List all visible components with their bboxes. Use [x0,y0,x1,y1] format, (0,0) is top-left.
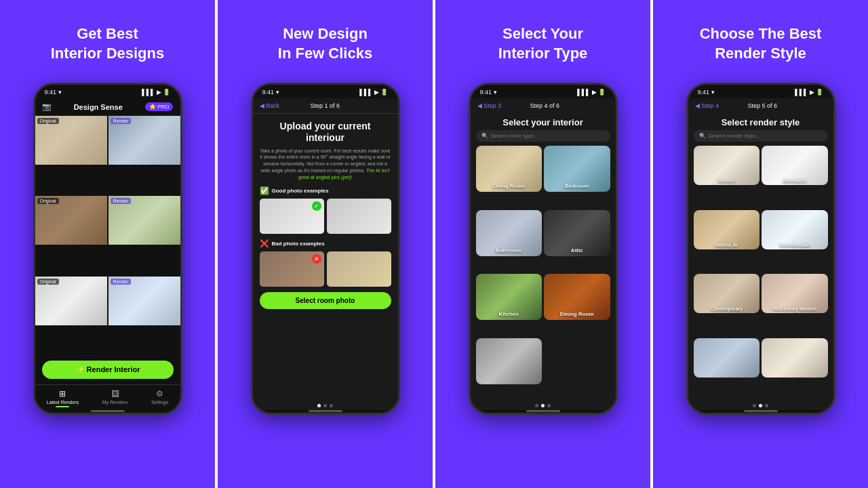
label-original-3: Original [37,279,59,285]
panel-3: Select YourInterior Type 9:41 ▾ ▌▌▌ ▶ 🔋 … [433,0,650,488]
room-search[interactable]: 🔍 Search room type... [476,130,610,142]
panel-3-title: Select YourInterior Type [498,20,588,68]
home-indicator-1 [91,410,125,412]
status-bar-1: 9:41 ▾ ▌▌▌ ▶ 🔋 [35,85,180,98]
nav-label-1: Latest Renders [47,400,79,405]
nav-my-renders[interactable]: 🖼 My Renders [102,389,128,407]
page-indicator-3 [471,400,616,410]
bad-x-icon: ❌ [260,239,269,248]
select-room-photo-button[interactable]: Select room photo [260,292,391,309]
render-style-grid: Modern Minimalist Interior AI Scandinavi… [688,146,833,400]
room-card-attic[interactable]: Attic [544,210,610,256]
render-style-title: Select render style [688,113,833,130]
phone-1: 9:41 ▾ ▌▌▌ ▶ 🔋 📷 Design Sense ⭐ PRO Orig… [33,83,182,415]
style-card-interior-ai[interactable]: Interior AI [694,210,760,249]
room-label-bedroom: Bedroom [544,183,610,189]
style-label-minimalist: Minimalist [762,178,828,183]
time-3: 9:41 ▾ [480,89,497,96]
app-header-1: 📷 Design Sense ⭐ PRO [35,98,180,116]
search-placeholder-4: Search render style... [709,133,760,139]
time-4: 9:41 ▾ [698,89,715,96]
page-indicator-4 [688,400,833,410]
home-indicator-2 [309,410,342,412]
photo-check-1: ✓ [312,201,321,211]
dot-4-2 [759,404,762,407]
room-card-dining-room[interactable]: Dining Room [544,274,610,320]
style-card-extra-2[interactable] [762,338,828,378]
settings-icon: ⚙ [156,389,163,399]
dot-3-2 [541,404,545,407]
style-label-interior-ai: Interior AI [694,243,760,247]
style-label-midcentury: Midcentury Modern [762,306,828,311]
nav-label-2: My Renders [102,400,128,405]
style-card-contemporary[interactable]: Contemporary [694,274,760,313]
good-photo-1: ✓ [260,199,324,234]
bad-label-text: Bad photo examples [272,241,325,247]
upload-title: Upload your current interiour [260,121,391,144]
p2-content: Upload your current interiour Take a pho… [253,114,398,400]
style-card-midcentury[interactable]: Midcentury Modern [762,274,828,313]
time-1: 9:41 ▾ [45,89,62,96]
room-thumb-6[interactable]: Render [108,277,180,325]
pro-badge[interactable]: ⭐ PRO [145,102,174,111]
room-card-living-room[interactable]: Living Room [476,146,542,192]
dot-1 [317,404,321,407]
back-button-2[interactable]: ◀ Back [260,102,280,109]
room-label-kitchen: Kitchen [476,311,542,317]
room-card-extra[interactable] [476,338,542,384]
room-thumb-3[interactable]: Original [35,196,107,245]
app-name-1: Design Sense [74,103,123,111]
signal-4: ▌▌▌ ▶ 🔋 [795,89,823,96]
status-bar-4: 9:41 ▾ ▌▌▌ ▶ 🔋 [688,85,833,98]
nav-latest-renders[interactable]: ⊞ Latest Renders [47,389,79,407]
bottom-nav: ⊞ Latest Renders 🖼 My Renders ⚙ Settings [35,384,180,410]
room-thumb-1[interactable]: Original [35,116,107,165]
p4-screen: Select render style 🔍 Search render styl… [688,113,833,410]
room-label-living-room: Living Room [476,183,542,189]
style-card-extra-1[interactable] [694,338,760,378]
good-photo-2 [327,199,391,234]
dot-3 [330,404,333,407]
render-interior-button[interactable]: ✨ Render Interior [42,361,174,379]
room-card-bedroom[interactable]: Bedroom [544,146,610,192]
status-bar-2: 9:41 ▾ ▌▌▌ ▶ 🔋 [253,85,398,98]
style-card-modern[interactable]: Modern [694,146,760,185]
room-label-attic: Attic [544,247,610,253]
room-card-kitchen[interactable]: Kitchen [476,274,542,320]
step-indicator-4: Step 5 of 6 [747,102,777,109]
renders-icon: ⊞ [59,389,66,399]
style-label-modern: Modern [694,178,760,183]
room-grid-1: Original Render Original Render Original… [35,116,180,355]
home-indicator-3 [526,410,560,412]
photo-x-1: ✕ [312,254,321,264]
p2-header: ◀ Back Step 1 of 6 [253,98,398,114]
bad-photo-1: ✕ [260,251,324,287]
home-indicator-4 [744,410,778,412]
nav-settings[interactable]: ⚙ Settings [151,389,168,407]
good-check-icon: ✅ [260,186,269,195]
bad-photos: ✕ [260,251,391,287]
p3-screen: Select your interior 🔍 Search room type.… [471,113,616,410]
phone-4: 9:41 ▾ ▌▌▌ ▶ 🔋 ◀ Step 4 Step 5 of 6 Sele… [686,83,835,415]
search-icon-3: 🔍 [481,133,488,139]
style-card-minimalist[interactable]: Minimalist [762,146,828,185]
room-card-bathroom[interactable]: Bathroom [476,210,542,256]
style-card-scandinavian[interactable]: Scandinavian [762,210,828,249]
room-label-dining-room: Dining Room [544,311,610,317]
room-thumb-2[interactable]: Render [108,116,180,165]
camera-icon: 📷 [42,102,52,111]
back-button-3[interactable]: ◀ Step 3 [477,102,502,109]
back-button-4[interactable]: ◀ Step 4 [695,102,719,109]
home-bar-4 [688,410,833,413]
room-thumb-4[interactable]: Render [108,196,180,245]
dot-4-1 [753,404,756,407]
room-label-bathroom: Bathroom [476,247,542,253]
style-search[interactable]: 🔍 Search render style... [694,130,828,142]
panel-2-title: New DesignIn Few Clicks [278,20,372,68]
room-thumb-5[interactable]: Original [35,277,107,325]
step-indicator-3: Step 4 of 6 [530,102,559,109]
panel-4: Choose The BestRender Style 9:41 ▾ ▌▌▌ ▶… [650,0,868,488]
page-indicator-2 [253,400,398,410]
highlight-text: The AI isn't great at angled pics (yet)! [298,168,390,180]
search-placeholder-3: Search room type... [491,133,538,139]
